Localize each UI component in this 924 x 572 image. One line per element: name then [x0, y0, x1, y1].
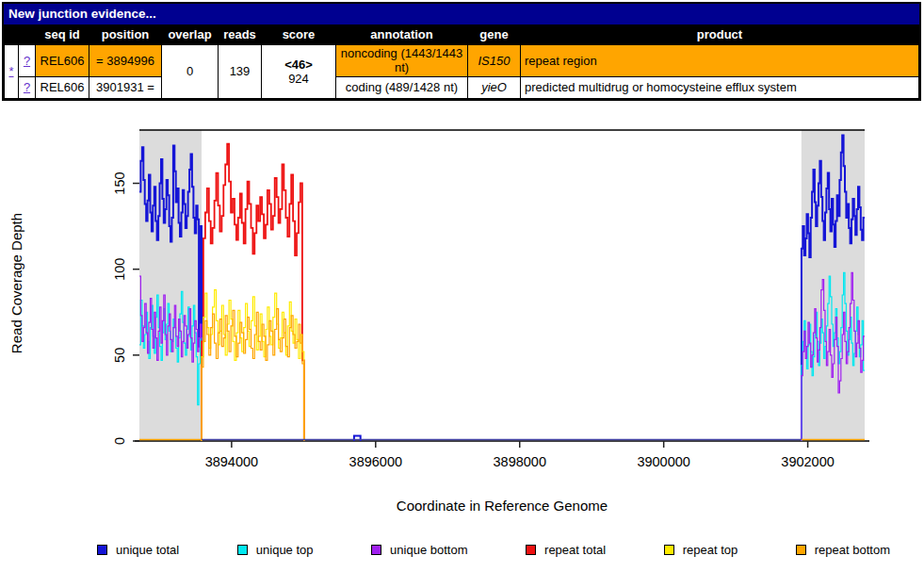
legend-item-unique-total: unique total	[97, 543, 179, 557]
legend-label: repeat top	[683, 543, 738, 557]
coverage-plot: 3894000389600038980003900000390200005010…	[0, 118, 924, 490]
x-tick-label: 3896000	[349, 454, 402, 469]
legend-label: repeat total	[544, 543, 606, 557]
x-tick-label: 3900000	[637, 454, 689, 469]
y-tick-label: 50	[112, 348, 127, 363]
series-repeat-top	[202, 290, 304, 441]
legend-label: unique bottom	[390, 543, 467, 557]
help-link-1[interactable]: ?	[24, 54, 30, 68]
chart-legend: unique totalunique topunique bottomrepea…	[97, 543, 890, 557]
legend-item-repeat-bottom: repeat bottom	[796, 543, 890, 557]
annotation-cell-1: noncoding (1443/1443 nt)	[336, 45, 468, 77]
annotation-cell-2: coding (489/1428 nt)	[336, 77, 468, 99]
legend-label: unique total	[116, 543, 179, 557]
table-title: New junction evidence...	[4, 4, 919, 25]
header-score: score	[262, 25, 336, 45]
product-cell-1: repeat region	[521, 45, 919, 77]
y-tick-label: 150	[112, 172, 127, 194]
header-help	[19, 25, 36, 45]
breseq-page: New junction evidence... seq id position…	[0, 0, 924, 572]
junction-table: seq id position overlap reads score anno…	[4, 25, 919, 99]
help-cell: ?	[19, 45, 36, 77]
legend-swatch	[371, 545, 381, 555]
legend-swatch	[97, 545, 107, 555]
junction-evidence-table: New junction evidence... seq id position…	[2, 2, 921, 101]
header-reads: reads	[219, 25, 262, 45]
header-product: product	[521, 25, 919, 45]
x-axis-title: Coordinate in Reference Genome	[139, 498, 865, 514]
legend-item-unique-bottom: unique bottom	[371, 543, 467, 557]
y-axis-title: Read Coverage Depth	[8, 189, 24, 378]
score-bottom: 924	[266, 72, 332, 86]
junction-row-1: * ? REL606 = 3894996 0 139 <46> 924 nonc…	[5, 45, 919, 77]
position-cell-1: = 3894996	[89, 45, 162, 77]
shaded-region	[802, 130, 865, 441]
legend-item-unique-top: unique top	[237, 543, 314, 557]
header-position: position	[89, 25, 162, 45]
legend-swatch	[526, 545, 536, 555]
legend-item-repeat-total: repeat total	[526, 543, 606, 557]
x-tick-label: 3894000	[205, 454, 258, 469]
y-tick-label: 0	[112, 437, 127, 445]
legend-label: repeat bottom	[815, 543, 890, 557]
legend-item-repeat-top: repeat top	[664, 543, 738, 557]
x-tick-label: 3902000	[781, 454, 834, 469]
seq-id-cell-2: REL606	[36, 77, 89, 99]
help-cell: ?	[19, 77, 36, 99]
junction-row-2: ? REL606 3901931 = coding (489/1428 nt) …	[5, 77, 919, 99]
product-cell-2: predicted multidrug or homocysteine effl…	[521, 77, 919, 99]
legend-swatch	[796, 545, 806, 555]
star-cell: *	[5, 45, 19, 99]
score-top: <46>	[266, 57, 332, 72]
star-link[interactable]: *	[8, 64, 13, 78]
header-annotation: annotation	[336, 25, 468, 45]
gene-cell-2: yieO	[468, 77, 521, 99]
series-repeat-bottom	[202, 309, 304, 441]
y-tick-label: 100	[112, 258, 127, 281]
header-overlap: overlap	[162, 25, 219, 45]
overlap-cell: 0	[162, 45, 219, 99]
help-link-2[interactable]: ?	[24, 80, 30, 94]
header-star	[5, 25, 19, 45]
reads-cell: 139	[219, 45, 262, 99]
legend-label: unique top	[256, 543, 314, 557]
header-seq-id: seq id	[36, 25, 89, 45]
seq-id-cell-1: REL606	[36, 45, 89, 77]
gene-cell-1: IS150	[468, 45, 521, 77]
legend-swatch	[237, 545, 248, 555]
series-repeat-total	[202, 144, 304, 441]
table-header-row: seq id position overlap reads score anno…	[5, 25, 919, 45]
header-gene: gene	[468, 25, 521, 45]
legend-swatch	[664, 545, 674, 555]
x-tick-label: 3898000	[494, 454, 546, 469]
position-cell-2: 3901931 =	[89, 77, 162, 99]
score-cell: <46> 924	[262, 45, 336, 99]
